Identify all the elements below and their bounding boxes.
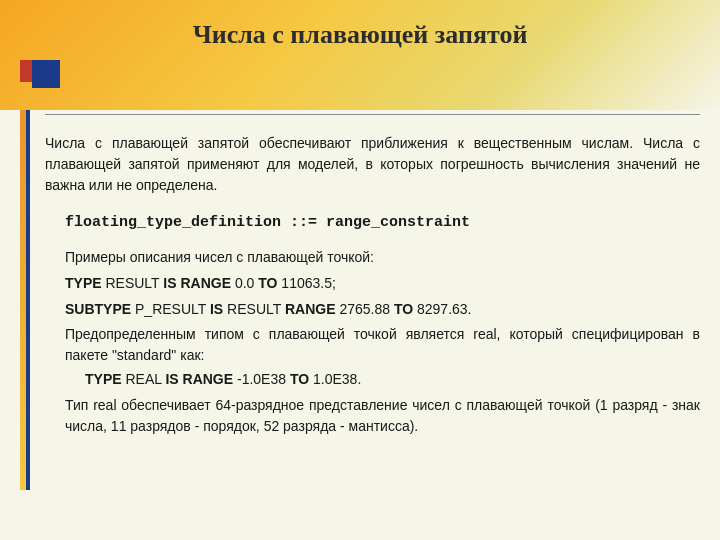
example1-kw2: IS RANGE [163,275,231,291]
example1-kw1: TYPE [65,275,102,291]
top-background [0,0,720,110]
type-real-rest: REAL [122,371,166,387]
top-divider [45,114,700,115]
examples-label: Примеры описания чисел с плавающей точко… [65,247,700,268]
type-real-kw1: TYPE [85,371,122,387]
predefined-start: Предопределенным типом с плавающей точко… [65,326,464,342]
example1-kw3: TO [258,275,277,291]
example2-kw1: SUBTYPE [65,301,131,317]
predefined-paragraph: Предопределенным типом с плавающей точко… [65,324,700,366]
type-real-kw3: TO [290,371,309,387]
blue-square-decoration [32,60,60,88]
example1-line: TYPE RESULT IS RANGE 0.0 TO 11063.5; [65,272,700,294]
intro-paragraph: Числа с плавающей запятой обеспечивают п… [45,125,700,196]
page-container: Числа с плавающей запятой Числа с плаваю… [0,0,720,540]
type-real-end: 1.0E38. [309,371,361,387]
example1-vals: 0.0 [231,275,258,291]
code-definition: floating_type_definition ::= range_const… [65,212,700,235]
example2-kw2: IS [210,301,223,317]
example1-end: 11063.5; [277,275,335,291]
predefined-mid: real, [464,326,500,342]
left-blue-bar [26,110,30,490]
example2-kw4: TO [394,301,413,317]
example2-vals: 2765.88 [336,301,394,317]
example2-kw3: RANGE [285,301,336,317]
example1-rest: RESULT [102,275,164,291]
page-title: Числа с плавающей запятой [0,20,720,50]
type-real-kw2: IS RANGE [165,371,233,387]
example2-line: SUBTYPE P_RESULT IS RESULT RANGE 2765.88… [65,298,700,320]
type-real-vals: -1.0E38 [233,371,290,387]
example2-rest2: RESULT [223,301,285,317]
final-paragraph: Тип real обеспечивает 64-разрядное предс… [65,395,700,437]
example2-rest: P_RESULT [131,301,210,317]
content-area: Числа с плавающей запятой обеспечивают п… [45,108,700,530]
type-real-line: TYPE REAL IS RANGE -1.0E38 TO 1.0E38. [85,368,700,390]
example2-end: 8297.63. [413,301,471,317]
